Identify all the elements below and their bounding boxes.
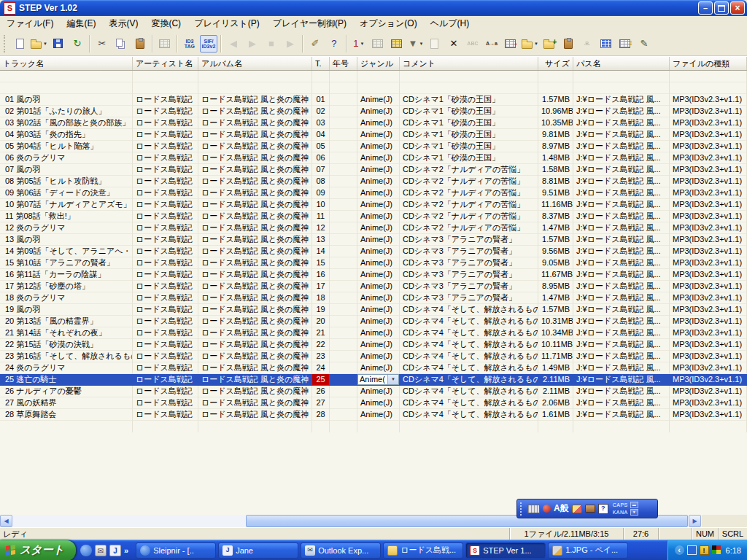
table-row[interactable]: 26 ナルディアの憂鬱ロードス島戦記ロードス島戦記 風と炎の魔神26Anime(… (0, 386, 747, 397)
tray-chevron-button[interactable]: ‹ (675, 545, 684, 555)
table-row[interactable]: 25 逃亡の騎士ロードス島戦記ロードス島戦記 風と炎の魔神25Anime(▼CD… (0, 374, 747, 386)
table-row[interactable]: 08 第05話「ヒルト攻防戦」ロードス島戦記ロードス島戦記 風と炎の魔神08An… (0, 176, 747, 187)
sif-id3v2-button[interactable]: SIF/ ID3v2 (200, 35, 217, 52)
start-button[interactable]: スタート (0, 540, 76, 560)
table-row[interactable]: 11 第08話「救出!」ロードス島戦記ロードス島戦記 風と炎の魔神11Anime… (0, 211, 747, 222)
table-row[interactable]: 18 炎のラグリマロードス島戦記ロードス島戦記 風と炎の魔神18Anime(J)… (0, 292, 747, 304)
menu-options[interactable]: オプション(O) (353, 16, 424, 31)
column-header-year[interactable]: 年号 (330, 57, 357, 70)
track-number-button[interactable]: 1▼ (350, 35, 368, 52)
table-row[interactable]: 06 炎のラグリマロードス島戦記ロードス島戦記 風と炎の魔神06Anime(J)… (0, 152, 747, 164)
table-row[interactable]: 20 第13話「風の精霊界」ロードス島戦記ロードス島戦記 風と炎の魔神20Ani… (0, 316, 747, 327)
ime-help-icon[interactable]: ? (598, 504, 608, 514)
dropdown-caret-icon[interactable]: ▼ (360, 42, 365, 46)
dropdown-caret-icon[interactable]: ▼ (43, 42, 47, 46)
filter-button[interactable]: ▼▼ (407, 35, 425, 52)
column-header-album[interactable]: アルバム名 (198, 57, 312, 70)
cut-button[interactable]: ✂ (93, 35, 111, 52)
open-file-button[interactable]: ▼ (30, 35, 48, 52)
table-row[interactable]: 19 風の羽ロードス島戦記ロードス島戦記 風と炎の魔神19Anime(J)CDシ… (0, 304, 747, 316)
table-row[interactable]: 17 第12話「砂塵の塔」ロードス島戦記ロードス島戦記 風と炎の魔神17Anim… (0, 281, 747, 292)
table-row[interactable]: 23 第16話「そして、解放されるもの」ロードス島戦記ロードス島戦記 風と炎の魔… (0, 351, 747, 362)
taskbar-button[interactable]: ロードス島戦... (383, 542, 463, 559)
ime-pen-icon[interactable] (543, 505, 551, 513)
table-row[interactable]: 03 第02話「風の部族と炎の部族」ロードス島戦記ロードス島戦記 風と炎の魔神0… (0, 117, 747, 129)
ime-toolbox-icon[interactable] (585, 505, 595, 513)
close-button[interactable]: × (730, 1, 745, 15)
quick-launch-overflow-chevron[interactable]: » (124, 546, 128, 555)
genre-combobox[interactable]: Anime(▼ (357, 374, 399, 385)
sort-button[interactable] (616, 35, 634, 52)
column-header-filetype[interactable]: ファイルの種類 (670, 57, 747, 70)
scroll-left-button[interactable]: ◀ (0, 515, 12, 527)
column-header-tno[interactable]: T. (312, 57, 330, 70)
case-convert-button[interactable]: A→a (483, 35, 500, 52)
table-row[interactable]: 01 風の羽ロードス島戦記ロードス島戦記 風と炎の魔神01Anime(J)CDシ… (0, 94, 747, 106)
paste-button[interactable] (131, 35, 149, 52)
column-header-comment[interactable]: コメント (400, 57, 538, 70)
taskbar-button[interactable]: ✉Outlook Exp... (301, 542, 381, 559)
genre-dropdown-button[interactable]: ▼ (387, 375, 398, 384)
table-row[interactable]: 05 第04話「ヒルト陥落」ロードス島戦記ロードス島戦記 風と炎の魔神05Ani… (0, 141, 747, 152)
table-row[interactable]: 10 第07話「ナルディアとアズモ」ロードス島戦記ロードス島戦記 風と炎の魔神1… (0, 199, 747, 211)
table-row[interactable]: 28 草原舞踏会ロードス島戦記ロードス島戦記 風と炎の魔神28Anime(J)C… (0, 409, 747, 421)
help-button[interactable]: ? (325, 35, 343, 52)
new-folder-button[interactable]: ▼ (521, 35, 539, 52)
new-file-button[interactable] (11, 35, 28, 52)
display-tray-icon[interactable] (687, 545, 697, 555)
browser-quick-launch[interactable] (80, 545, 92, 556)
table-row[interactable]: 07 風の羽ロードス島戦記ロードス島戦記 風と炎の魔神07Anime(J)CDシ… (0, 164, 747, 176)
delete-button[interactable]: ✕ (445, 35, 462, 52)
menu-player-control[interactable]: プレイヤー制御(P) (266, 16, 353, 31)
toolbar-grip[interactable] (4, 35, 8, 52)
menu-convert[interactable]: 変換(C) (144, 16, 187, 31)
minimize-button[interactable]: – (698, 1, 713, 15)
grid-select-button[interactable] (388, 35, 406, 52)
mail-quick-launch[interactable]: ✉ (95, 545, 107, 556)
ime-options-button[interactable]: ▼ (630, 509, 638, 516)
rename-button[interactable]: ✎ (635, 35, 653, 52)
menu-playlist[interactable]: プレイリスト(P) (187, 16, 266, 31)
table-row[interactable]: 21 第14話「それぞれの夜」ロードス島戦記ロードス島戦記 風と炎の魔神21An… (0, 327, 747, 339)
ime-palette-icon[interactable] (572, 505, 582, 513)
table-row[interactable]: 04 第03話「炎の指先」ロードス島戦記ロードス島戦記 風と炎の魔神04Anim… (0, 129, 747, 141)
table-row[interactable]: 12 炎のラグリマロードス島戦記ロードス島戦記 風と炎の魔神12Anime(J)… (0, 222, 747, 234)
table-row[interactable]: 14 第09話「そして、アラニアへ・・・」ロードス島戦記ロードス島戦記 風と炎の… (0, 246, 747, 257)
menu-view[interactable]: 表示(V) (102, 16, 144, 31)
jane-quick-launch[interactable]: J (109, 545, 121, 556)
id3-tag-button[interactable]: ID3 TAG (181, 35, 198, 52)
column-header-genre[interactable]: ジャンル (357, 57, 400, 70)
dropdown-caret-icon[interactable]: ▼ (534, 42, 538, 46)
menu-help[interactable]: ヘルプ(H) (424, 16, 476, 31)
color-profile-tray-icon[interactable] (712, 545, 721, 555)
table-row[interactable]: 27 風の妖精界ロードス島戦記ロードス島戦記 風と炎の魔神27Anime(J)C… (0, 397, 747, 409)
column-header-artist[interactable]: アーティスト名 (133, 57, 198, 70)
table-row[interactable]: 13 風の羽ロードス島戦記ロードス島戦記 風と炎の魔神13Anime(J)CDシ… (0, 234, 747, 246)
ime-minimize-button[interactable]: ▬ (630, 502, 638, 508)
paste-new-button[interactable] (560, 35, 577, 52)
columns-blue-button[interactable] (597, 35, 615, 52)
taskbar-button[interactable]: JJane (218, 542, 298, 559)
column-header-size[interactable]: サイズ (538, 57, 573, 70)
reload-button[interactable]: ↻ (69, 35, 86, 52)
copy-button[interactable] (112, 35, 130, 52)
table-row[interactable]: 22 第15話「砂漠の決戦」ロードス島戦記ロードス島戦記 風と炎の魔神22Ani… (0, 339, 747, 351)
move-column-button[interactable] (502, 35, 519, 52)
column-header-path[interactable]: パス名 (573, 57, 670, 70)
scroll-right-button[interactable]: ▶ (689, 515, 701, 527)
ime-input-mode[interactable]: A般 (554, 502, 569, 515)
taskbar-button[interactable]: 1.JPG - ペイ... (548, 542, 628, 559)
taskbar-button[interactable]: Sleipnir - [.. (136, 542, 216, 559)
ime-language-bar[interactable]: A般 ? CAPS ▬ KANA ▼ (516, 499, 658, 518)
edit-tag-button[interactable]: ✐ (306, 35, 324, 52)
dropdown-caret-icon[interactable]: ▼ (419, 42, 423, 46)
keyboard-icon[interactable] (527, 505, 540, 513)
title-bar[interactable]: S STEP Ver 1.02 – × (0, 0, 747, 16)
network-alert-tray-icon[interactable]: ! (700, 545, 709, 555)
restore-button[interactable] (714, 1, 729, 15)
table-row[interactable]: 02 第01話「ふたりの旅人」ロードス島戦記ロードス島戦記 風と炎の魔神02An… (0, 106, 747, 117)
table-row[interactable]: 16 第11話「カーラの陰謀」ロードス島戦記ロードス島戦記 風と炎の魔神16An… (0, 269, 747, 281)
table-row[interactable]: 15 第10話「アラニアの賢者」ロードス島戦記ロードス島戦記 風と炎の魔神15A… (0, 257, 747, 269)
taskbar-button[interactable]: SSTEP Ver 1... (465, 542, 546, 559)
table-row[interactable]: 24 炎のラグリマロードス島戦記ロードス島戦記 風と炎の魔神24Anime(J)… (0, 362, 747, 374)
